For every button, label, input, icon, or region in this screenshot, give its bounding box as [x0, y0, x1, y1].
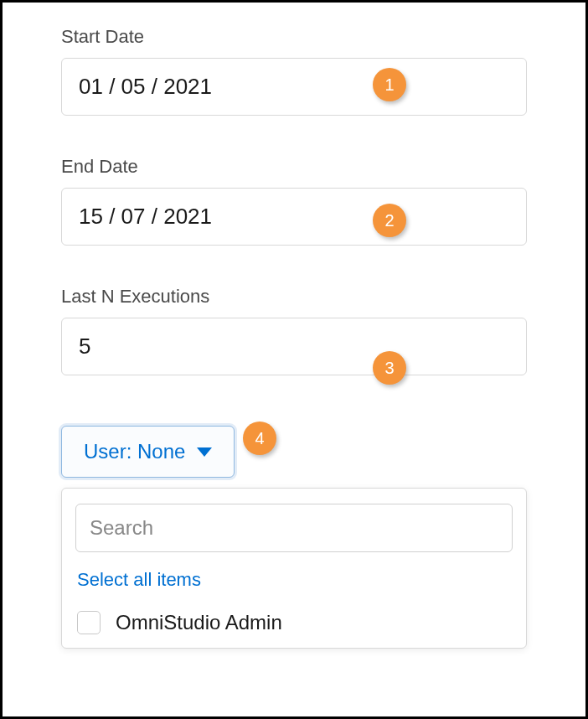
select-all-link[interactable]: Select all items	[77, 569, 513, 591]
start-date-input[interactable]	[79, 74, 509, 100]
user-picker-panel: Select all items OmniStudio Admin	[61, 488, 527, 649]
end-date-input[interactable]	[79, 204, 509, 230]
user-option-checkbox[interactable]	[77, 611, 101, 634]
last-n-executions-field: Last N Executions	[61, 286, 527, 375]
start-date-field: Start Date	[61, 26, 527, 116]
user-search-input[interactable]	[75, 504, 513, 552]
callout-badge-3: 3	[373, 351, 406, 385]
end-date-label: End Date	[61, 156, 527, 178]
callout-badge-4: 4	[243, 422, 276, 455]
user-option-row[interactable]: OmniStudio Admin	[75, 606, 513, 648]
user-option-label: OmniStudio Admin	[116, 611, 282, 634]
end-date-field: End Date	[61, 156, 527, 246]
last-n-executions-input-wrapper	[61, 318, 527, 375]
user-picker-toggle-label: User: None	[84, 440, 185, 463]
callout-badge-2: 2	[373, 204, 406, 237]
start-date-input-wrapper	[61, 58, 527, 116]
last-n-executions-input[interactable]	[79, 334, 509, 360]
user-picker-toggle[interactable]: User: None	[61, 426, 235, 478]
start-date-label: Start Date	[61, 26, 527, 48]
last-n-executions-label: Last N Executions	[61, 286, 527, 308]
end-date-input-wrapper	[61, 188, 527, 246]
callout-badge-1: 1	[373, 68, 406, 101]
user-picker: User: None Select all items OmniStudio A…	[61, 426, 527, 649]
chevron-down-icon	[197, 447, 212, 457]
